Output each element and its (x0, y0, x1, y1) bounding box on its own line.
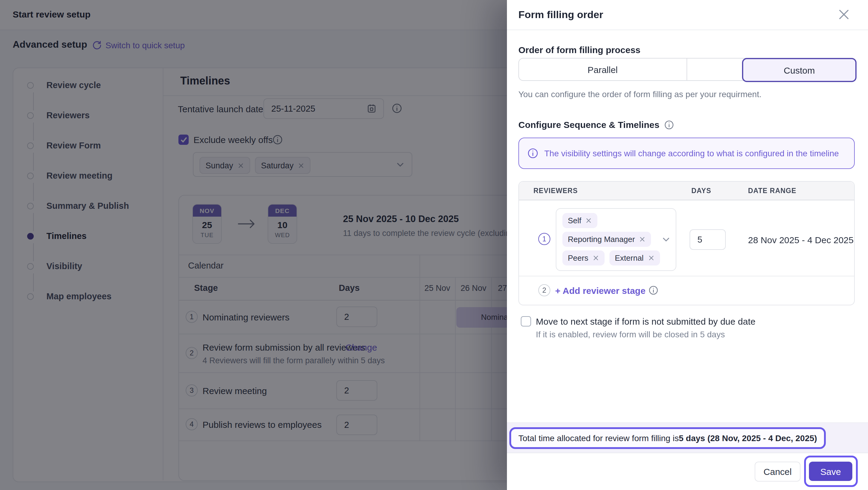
reviewer-stages-table: REVIEWERS DAYS DATE RANGE 1 Self Reporti… (518, 181, 855, 305)
modal-title: Form filling order (518, 9, 603, 21)
form-filling-order-modal: Form filling order Order of form filling… (507, 0, 868, 490)
stage1-days-input[interactable] (689, 229, 726, 250)
visibility-info-banner: The visibility settings will change acco… (518, 138, 855, 169)
configure-info-icon[interactable] (664, 120, 674, 129)
move-next-stage-hint: If it is enabled, review form will be cl… (536, 329, 725, 339)
app-root: Start review setup Advanced setup Switch… (0, 0, 868, 490)
tag-label: Reporting Manager (568, 235, 635, 244)
total-time-strip: Total time allocated for review form fil… (507, 423, 868, 453)
configure-heading-row: Configure Sequence & Timelines (518, 119, 674, 130)
reviewer-tag-peers: Peers (562, 251, 604, 265)
stage-row-divider (519, 276, 854, 277)
stage1-number: 1 (538, 233, 550, 245)
reviewer-tag-self: Self (562, 213, 598, 228)
form-order-segmented-control: Parallel Sequential Custom (518, 58, 855, 81)
tag-label: External (615, 254, 644, 262)
tab-parallel[interactable]: Parallel (519, 59, 686, 80)
remove-tag-icon[interactable] (586, 217, 592, 224)
add-reviewer-stage-link[interactable]: + Add reviewer stage (555, 285, 646, 296)
close-icon[interactable] (837, 7, 851, 22)
remove-tag-icon[interactable] (639, 236, 646, 242)
add-stage-info-icon[interactable] (649, 285, 658, 295)
save-button[interactable]: Save (809, 462, 852, 481)
date-range-header: DATE RANGE (748, 187, 796, 194)
tag-label: Self (568, 216, 581, 225)
chevron-down-icon[interactable] (662, 235, 670, 244)
info-icon (527, 148, 538, 159)
reviewer-tag-external: External (610, 251, 660, 265)
remove-tag-icon[interactable] (592, 255, 599, 261)
move-next-stage-checkbox[interactable] (521, 316, 531, 326)
reviewer-tag-reporting-manager: Reporting Manager (562, 232, 651, 247)
days-header: DAYS (691, 187, 711, 194)
modal-footer: Cancel Save (507, 453, 868, 490)
configure-heading: Configure Sequence & Timelines (518, 119, 659, 130)
banner-text: The visibility settings will change acco… (544, 148, 839, 158)
stage1-date-range: 28 Nov 2025 - 4 Dec 2025 (748, 235, 854, 245)
cancel-button[interactable]: Cancel (755, 462, 801, 482)
remove-tag-icon[interactable] (648, 255, 654, 261)
reviewers-header: REVIEWERS (533, 187, 578, 194)
stage1-reviewers-select[interactable]: Self Reporting Manager Peers External (556, 208, 676, 271)
tag-label: Peers (568, 254, 588, 262)
move-next-stage-label: Move to next stage if form is not submit… (536, 316, 755, 326)
reviewer-stages-header: REVIEWERS DAYS DATE RANGE (519, 182, 854, 200)
modal-header-divider (507, 30, 868, 30)
order-process-heading: Order of form filling process (518, 45, 641, 55)
stage2-number: 2 (538, 284, 550, 296)
total-time-value: 5 days (28 Nov, 2025 - 4 Dec, 2025) (679, 433, 817, 443)
total-time-highlight-box: Total time allocated for review form fil… (509, 427, 826, 449)
tab-custom-selected[interactable]: Custom (742, 58, 857, 82)
total-time-text: Total time allocated for review form fil… (518, 433, 679, 443)
order-caption: You can configure the order of form fill… (518, 89, 762, 99)
